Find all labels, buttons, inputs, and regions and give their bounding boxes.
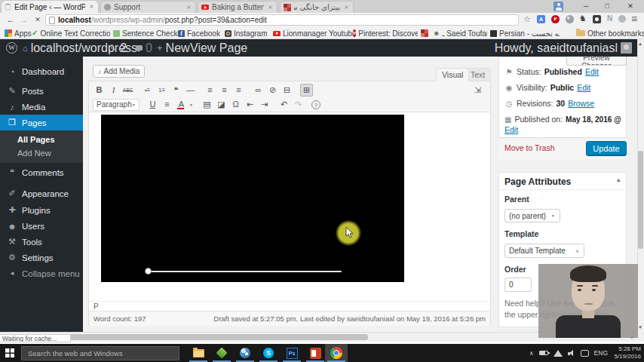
battery-icon[interactable] bbox=[539, 351, 548, 355]
align-center-button[interactable]: ≡ bbox=[218, 84, 231, 97]
insert-link-button[interactable]: ∞ bbox=[252, 84, 265, 97]
tab-close-icon[interactable]: ✕ bbox=[186, 5, 192, 11]
editor-canvas[interactable] bbox=[89, 112, 490, 301]
taskbar-search-input[interactable]: Search the web and Windows bbox=[21, 346, 179, 360]
notification-icon[interactable] bbox=[581, 350, 589, 357]
taskbar-clock[interactable]: 5:28 PM 5/19/2016 bbox=[614, 344, 641, 362]
bookmark-text-correction[interactable]: ✓ Online Text Correctio bbox=[32, 29, 110, 38]
undo-button[interactable]: ↶ bbox=[278, 98, 290, 111]
tab-close-icon[interactable]: ✕ bbox=[88, 4, 95, 10]
special-character-button[interactable]: Ω bbox=[229, 98, 242, 111]
tab-support[interactable]: Support ✕ bbox=[100, 1, 196, 13]
sidebar-item-appearance[interactable]: ✐ Appearance bbox=[0, 186, 83, 201]
justify-button[interactable]: ≡ bbox=[161, 98, 173, 111]
edit-published-link[interactable]: Edit bbox=[504, 125, 518, 134]
sidebar-item-settings[interactable]: ⚙ Settings bbox=[0, 250, 83, 265]
bookmark-instagram[interactable]: Instagram bbox=[225, 29, 267, 38]
speaker-icon[interactable] bbox=[568, 350, 575, 357]
adminbar-my-account[interactable]: Howdy, saeidtoufaniasl bbox=[495, 39, 632, 57]
tab-edit-page[interactable]: Edit Page ‹ — WordPress ✕ bbox=[2, 1, 98, 13]
wifi-icon[interactable] bbox=[554, 350, 563, 357]
horizontal-rule-button[interactable]: — bbox=[184, 84, 197, 97]
translate-extension-icon[interactable]: A bbox=[537, 15, 545, 23]
bookmark-sentence-checker[interactable]: Sentence Checker bbox=[113, 29, 184, 38]
move-to-trash-link[interactable]: Move to Trash bbox=[504, 143, 555, 152]
add-media-button[interactable]: ♪ Add Media bbox=[93, 65, 145, 78]
sidebar-item-all-pages[interactable]: All Pages bbox=[0, 133, 83, 146]
text-color-button[interactable]: A bbox=[175, 98, 188, 111]
paste-as-text-button[interactable]: ▤ bbox=[201, 98, 213, 111]
globe-extension-icon[interactable] bbox=[566, 15, 574, 23]
taskbar-green-app[interactable] bbox=[210, 344, 233, 362]
adminbar-updates[interactable]: ↻ 2 bbox=[110, 39, 127, 57]
bookmark-persian-home[interactable]: Persian - صفحه نخست bbox=[490, 29, 560, 38]
taskbar-powerpoint[interactable] bbox=[304, 344, 327, 362]
strikethrough-button[interactable]: ABC bbox=[121, 84, 134, 97]
bold-button[interactable]: B bbox=[93, 84, 106, 97]
tray-expand-icon[interactable]: ∧ bbox=[529, 350, 534, 357]
bookmark-youtube[interactable]: Lionmanager Youtube bbox=[273, 29, 356, 38]
taskbar-skype[interactable]: S bbox=[257, 344, 280, 362]
sidebar-item-tools[interactable]: ⚒ Tools bbox=[0, 234, 83, 250]
update-button[interactable]: Update bbox=[586, 141, 627, 156]
numbered-list-button[interactable]: 1≡ bbox=[155, 84, 168, 97]
taskbar-browser-globe[interactable] bbox=[234, 344, 256, 362]
bookmark-apps[interactable]: Apps bbox=[5, 29, 32, 38]
address-bar[interactable]: localhost /wordpress/wp-admin/ post.php?… bbox=[45, 14, 519, 26]
scroll-down-icon[interactable]: ▼ bbox=[638, 324, 642, 330]
indent-button[interactable]: ⇥ bbox=[258, 98, 271, 111]
video-embed[interactable] bbox=[101, 115, 404, 282]
scroll-up-icon[interactable]: ▲ bbox=[638, 41, 642, 47]
clear-formatting-button[interactable]: ◪ bbox=[215, 98, 228, 111]
bookmark-pinterest[interactable]: P Pinterest: Discover an bbox=[353, 29, 418, 38]
taskbar-photoshop[interactable]: Ps bbox=[281, 344, 303, 362]
sidebar-item-media[interactable]: ♪ Media bbox=[0, 99, 83, 115]
sidebar-item-posts[interactable]: ✎ Posts bbox=[0, 83, 83, 99]
taskbar-chrome[interactable] bbox=[325, 344, 348, 362]
sidebar-item-pages[interactable]: ❐ Pages bbox=[0, 115, 83, 130]
bookmark-red-grid[interactable] bbox=[421, 29, 428, 38]
edit-visibility-link[interactable]: Edit bbox=[577, 83, 590, 92]
wp-logo-menu[interactable]: W bbox=[6, 39, 17, 57]
paragraph-format-select[interactable]: Paragraph ▼ bbox=[93, 99, 140, 111]
close-window-button[interactable]: ✕ bbox=[619, 0, 642, 12]
sidebar-item-plugins[interactable]: ✚ Plugins bbox=[0, 202, 83, 218]
adminbar-comments[interactable]: 0 bbox=[136, 39, 152, 57]
tab-close-icon[interactable]: ✕ bbox=[343, 5, 350, 11]
bookmark-facebook[interactable]: f Facebook bbox=[178, 29, 220, 38]
tab-close-icon[interactable]: ✕ bbox=[267, 5, 274, 11]
minimize-button[interactable]: ─ bbox=[577, 0, 595, 12]
outdent-button[interactable]: ⇤ bbox=[244, 98, 256, 111]
gray-extension-icon[interactable] bbox=[618, 15, 626, 23]
n-extension-icon[interactable]: N bbox=[607, 14, 612, 23]
forward-button[interactable]: → bbox=[18, 14, 30, 26]
stop-reload-button[interactable]: ✕ bbox=[32, 14, 44, 26]
parent-select[interactable]: (no parent) ▼ bbox=[504, 209, 560, 222]
toolbar-toggle-button[interactable]: ⊞ bbox=[300, 84, 313, 97]
browse-revisions-link[interactable]: Browse bbox=[568, 99, 594, 108]
camera-extension-icon[interactable] bbox=[593, 15, 601, 23]
video-seekbar[interactable] bbox=[149, 271, 342, 272]
back-button[interactable]: ← bbox=[5, 14, 17, 26]
vertical-scrollbar-thumb[interactable] bbox=[638, 151, 643, 249]
panel-collapse-icon[interactable]: ▴ bbox=[617, 176, 621, 183]
bullet-list-button[interactable]: •≡ bbox=[141, 84, 154, 97]
align-left-button[interactable]: ≡ bbox=[204, 84, 216, 97]
order-input[interactable] bbox=[504, 278, 532, 292]
help-icon[interactable]: ? bbox=[311, 100, 320, 109]
blockquote-button[interactable]: ❝ bbox=[170, 84, 182, 97]
maximize-button[interactable]: □ bbox=[598, 0, 616, 12]
bookmark-saeid-toufani[interactable]: ☻ ـ Saeid Toufani ـ Ho bbox=[433, 29, 487, 38]
align-right-button[interactable]: ≡ bbox=[232, 84, 245, 97]
edit-status-link[interactable]: Edit bbox=[585, 67, 599, 76]
start-button[interactable] bbox=[0, 344, 20, 362]
chrome-menu-icon[interactable]: ≡ bbox=[631, 13, 637, 25]
language-indicator[interactable]: ENG bbox=[594, 349, 608, 357]
fullscreen-button[interactable]: ⇲ bbox=[471, 84, 484, 97]
taskbar-file-explorer[interactable] bbox=[187, 344, 210, 362]
sidebar-item-dashboard[interactable]: ◔ Dashboard bbox=[0, 63, 83, 79]
italic-button[interactable]: I bbox=[107, 84, 120, 97]
template-select[interactable]: Default Template ▼ bbox=[504, 244, 584, 258]
tab-youtube[interactable]: Baking a Butterfly Cake! ✕ bbox=[198, 1, 278, 13]
other-bookmarks-folder[interactable]: Other bookmarks bbox=[576, 29, 644, 38]
